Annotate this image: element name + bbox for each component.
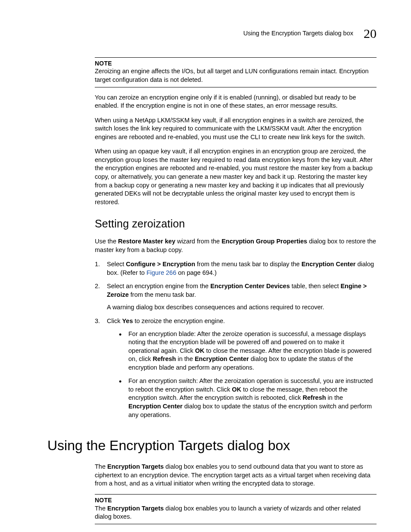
paragraph: You can zeroize an encryption engine onl… [95, 93, 377, 110]
list-item: Select Configure > Encryption from the m… [95, 260, 377, 277]
list-item: Click Yes to zeroize the encryption engi… [95, 317, 377, 419]
paragraph: When using an opaque key vault, if all e… [95, 147, 377, 206]
list-item: For an encryption blade: After the zeroi… [119, 330, 377, 372]
paragraph: The Encryption Targets dialog box enable… [95, 463, 377, 488]
sub-bullet-list: For an encryption blade: After the zeroi… [119, 330, 377, 420]
paragraph: When using a NetApp LKM/SSKM key vault, … [95, 116, 377, 142]
note-block: NOTE The Encryption Targets dialog box e… [95, 494, 377, 524]
paragraph: Use the Restore Master key wizard from t… [95, 237, 377, 254]
running-header: Using the Encryption Targets dialog box … [47, 25, 377, 43]
chapter-heading: Using the Encryption Targets dialog box [47, 436, 377, 455]
running-title: Using the Encryption Targets dialog box [243, 29, 353, 38]
procedure-list: Select Configure > Encryption from the m… [95, 260, 377, 419]
note-text: The Encryption Targets dialog box enable… [95, 504, 377, 521]
figure-link[interactable]: Figure 266 [146, 269, 176, 276]
chapter-number: 20 [364, 25, 377, 43]
list-item: For an encryption switch: After the zero… [119, 377, 377, 419]
list-item: Select an encryption engine from the Enc… [95, 282, 377, 312]
note-text: Zeroizing an engine affects the I/Os, bu… [95, 67, 377, 84]
section-heading: Setting zeroization [95, 217, 377, 231]
note-label: NOTE [95, 496, 377, 504]
page: Using the Encryption Targets dialog box … [0, 0, 411, 532]
note-block: NOTE Zeroizing an engine affects the I/O… [95, 57, 377, 87]
note-label: NOTE [95, 59, 377, 68]
body-content: NOTE Zeroizing an engine affects the I/O… [95, 57, 377, 525]
